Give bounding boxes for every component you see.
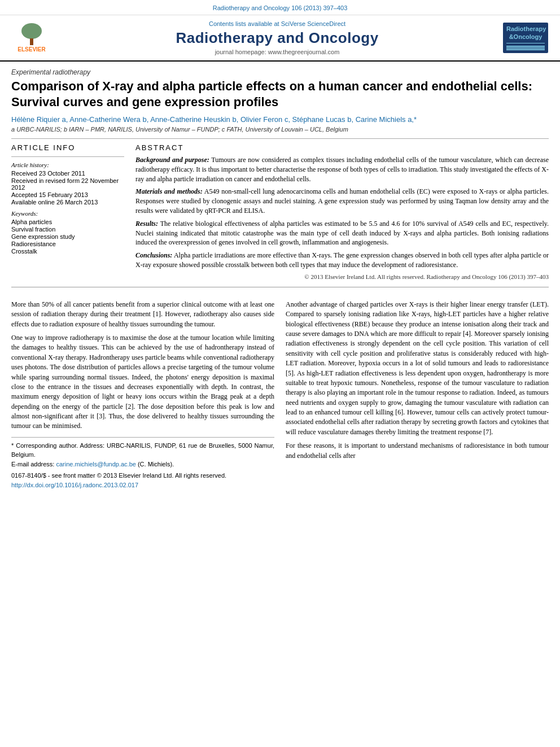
- article-info-title: ARTICLE INFO: [11, 143, 124, 152]
- body-right-col: Another advantage of charged particles o…: [286, 300, 549, 490]
- contents-line: Contents lists available at SciVerse Sci…: [60, 20, 495, 27]
- article-header: Experimental radiotherapy Comparison of …: [0, 62, 560, 280]
- info-divider: [11, 156, 124, 157]
- keywords-section: Keywords: Alpha particles Survival fract…: [11, 210, 124, 255]
- section-divider: [11, 287, 549, 287]
- email-address[interactable]: carine.michiels@fundp.ac.be: [56, 461, 135, 468]
- svg-text:ELSEVIER: ELSEVIER: [18, 46, 46, 53]
- elsevier-logo: ELSEVIER: [9, 20, 54, 56]
- journal-homepage: journal homepage: www.thegreenjournal.co…: [60, 49, 495, 55]
- keyword-2: Gene expression study: [11, 233, 124, 240]
- issn-line: 0167-8140/$ - see front matter © 2013 El…: [11, 471, 274, 480]
- body-para-3: Another advantage of charged particles o…: [286, 300, 549, 437]
- svg-point-1: [21, 23, 42, 39]
- affiliations-line: a URBC-NARILIS; b IARN – PMR, NARILIS, U…: [11, 126, 549, 133]
- section-label: Experimental radiotherapy: [11, 68, 549, 76]
- article-title: Comparison of X-ray and alpha particle e…: [11, 78, 549, 110]
- keywords-label: Keywords:: [11, 210, 124, 217]
- abstract-conclusions: Conclusions: Alpha particle irradiations…: [135, 251, 549, 270]
- article-info-abstract-section: ARTICLE INFO Article history: Received 2…: [11, 143, 549, 280]
- abstract-title: ABSTRACT: [135, 143, 549, 152]
- keyword-1: Survival fraction: [11, 226, 124, 233]
- article-info-panel: ARTICLE INFO Article history: Received 2…: [11, 143, 124, 280]
- body-two-col: More than 50% of all cancer patients ben…: [11, 300, 549, 490]
- header-divider: [11, 138, 549, 139]
- history-label: Article history:: [11, 161, 124, 168]
- doi-link[interactable]: http://dx.doi.org/10.1016/j.radonc.2013.…: [11, 482, 138, 488]
- main-body: More than 50% of all cancer patients ben…: [0, 293, 560, 490]
- available-date: Available online 26 March 2013: [11, 199, 124, 206]
- journal-logo-box: Radiotherapy &Oncology: [503, 23, 548, 54]
- abstract-panel: ABSTRACT Background and purpose: Tumours…: [135, 143, 549, 280]
- accepted-date: Accepted 15 February 2013: [11, 191, 124, 198]
- body-left-col: More than 50% of all cancer patients ben…: [11, 300, 274, 490]
- body-para-4: For these reasons, it is important to un…: [286, 441, 549, 461]
- journal-reference-bar: Radiotherapy and Oncology 106 (2013) 397…: [0, 0, 560, 15]
- abstract-materials: Materials and methods: A549 non-small-ce…: [135, 187, 549, 215]
- received-date: Received 23 October 2011: [11, 170, 124, 177]
- svg-rect-2: [30, 38, 33, 45]
- journal-title-text: Radiotherapy and Oncology: [60, 29, 495, 47]
- abstract-background: Background and purpose: Tumours are now …: [135, 155, 549, 184]
- logo-line2: &Oncology: [506, 33, 545, 41]
- journal-logo-right: Radiotherapy &Oncology: [500, 23, 551, 54]
- doi-line: http://dx.doi.org/10.1016/j.radonc.2013.…: [11, 480, 274, 490]
- body-para-1: More than 50% of all cancer patients ben…: [11, 300, 274, 329]
- email-line: E-mail address: carine.michiels@fundp.ac…: [11, 460, 274, 469]
- authors-line: Hélène Riquier a, Anne-Catherine Wera b,…: [11, 115, 549, 124]
- email-label: E-mail address:: [11, 461, 56, 468]
- journal-reference-text: Radiotherapy and Oncology 106 (2013) 397…: [213, 5, 348, 11]
- corresponding-author: * Corresponding author. Address: URBC-NA…: [11, 441, 274, 460]
- keyword-4: Crosstalk: [11, 248, 124, 255]
- abstract-results-text: The relative biological effectiveness of…: [135, 220, 549, 247]
- received-revised-date: Received in revised form 22 November 201…: [11, 177, 124, 191]
- journal-header-center: Contents lists available at SciVerse Sci…: [60, 20, 495, 55]
- keyword-0: Alpha particles: [11, 219, 124, 225]
- journal-header: ELSEVIER Contents lists available at Sci…: [0, 15, 560, 62]
- footnote-area: * Corresponding author. Address: URBC-NA…: [11, 437, 274, 490]
- contents-text: Contents lists available at: [209, 20, 281, 27]
- sciverse-link[interactable]: SciVerse ScienceDirect: [281, 20, 345, 27]
- keyword-3: Radioresistance: [11, 241, 124, 247]
- abstract-copyright: © 2013 Elsevier Ireland Ltd. All rights …: [135, 273, 549, 280]
- abstract-results: Results: The relative biological effecti…: [135, 219, 549, 247]
- email-suffix: (C. Michiels).: [138, 461, 174, 468]
- body-para-2: One way to improve radiotherapy is to ma…: [11, 333, 274, 431]
- abstract-conclusions-text: Alpha particle irradiations are more eff…: [135, 251, 549, 269]
- logo-line1: Radiotherapy: [506, 25, 545, 33]
